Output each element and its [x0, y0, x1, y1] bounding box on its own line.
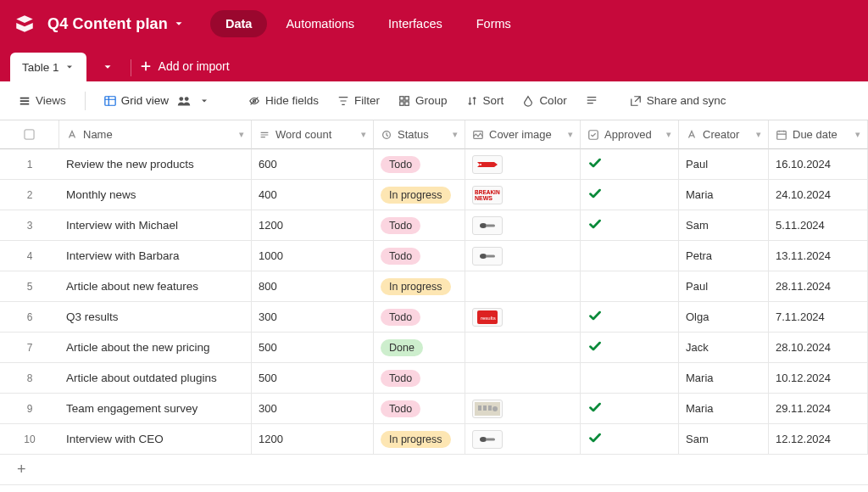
- cell-word-count[interactable]: 500: [252, 363, 374, 394]
- cell-name[interactable]: Team engagement survey: [59, 394, 252, 424]
- cell-approved[interactable]: [581, 241, 679, 271]
- grid-view-button[interactable]: Grid view: [97, 89, 216, 112]
- table-dropdown-button[interactable]: [93, 53, 122, 81]
- cell-creator[interactable]: Petra: [679, 241, 769, 271]
- share-sync-button[interactable]: Share and sync: [623, 89, 733, 112]
- cell-name[interactable]: Article about new features: [59, 271, 252, 302]
- add-row-button[interactable]: +: [0, 455, 868, 485]
- row-number[interactable]: 6: [0, 302, 59, 333]
- row-number[interactable]: 7: [0, 333, 59, 363]
- cell-due-date[interactable]: 12.12.2024: [769, 424, 868, 455]
- cell-creator[interactable]: Paul: [679, 271, 769, 302]
- cell-word-count[interactable]: 400: [252, 180, 374, 210]
- cell-word-count[interactable]: 1000: [252, 241, 374, 271]
- cell-name[interactable]: Monthly news: [59, 180, 252, 210]
- cell-approved[interactable]: [581, 302, 679, 333]
- nav-tab-forms[interactable]: Forms: [461, 10, 526, 37]
- row-number[interactable]: 8: [0, 363, 59, 394]
- cell-cover[interactable]: [465, 333, 581, 363]
- filter-button[interactable]: Filter: [331, 89, 387, 112]
- cell-cover[interactable]: [465, 394, 581, 424]
- cell-cover[interactable]: [465, 241, 581, 271]
- row-number[interactable]: 1: [0, 149, 59, 180]
- cell-approved[interactable]: [581, 394, 679, 424]
- cell-status[interactable]: Todo: [374, 241, 465, 271]
- cell-name[interactable]: Interview with Barbara: [59, 241, 252, 271]
- row-number[interactable]: 10: [0, 424, 59, 455]
- table-tab[interactable]: Table 1: [10, 53, 86, 81]
- group-button[interactable]: Group: [392, 89, 454, 112]
- cell-approved[interactable]: [581, 424, 679, 455]
- cell-creator[interactable]: Sam: [679, 424, 769, 455]
- cell-approved[interactable]: [581, 149, 679, 180]
- base-title[interactable]: Q4 Content plan: [47, 15, 185, 33]
- cell-status[interactable]: Todo: [374, 302, 465, 333]
- cell-creator[interactable]: Maria: [679, 394, 769, 424]
- cell-cover[interactable]: [465, 149, 581, 180]
- cell-cover[interactable]: results: [465, 302, 581, 333]
- cell-due-date[interactable]: 28.11.2024: [769, 271, 868, 302]
- add-or-import-button[interactable]: Add or import: [140, 53, 230, 81]
- row-height-button[interactable]: [579, 90, 604, 112]
- column-header-name[interactable]: Name▾: [59, 120, 252, 149]
- column-header-word_count[interactable]: Word count▾: [252, 120, 374, 149]
- sort-button[interactable]: Sort: [459, 89, 511, 112]
- color-button[interactable]: Color: [515, 89, 573, 112]
- column-header-cover[interactable]: Cover image▾: [465, 120, 581, 149]
- cell-due-date[interactable]: 29.11.2024: [769, 394, 868, 424]
- cell-creator[interactable]: Jack: [679, 333, 769, 363]
- cell-word-count[interactable]: 1200: [252, 424, 374, 455]
- cell-name[interactable]: Article about the new pricing: [59, 333, 252, 363]
- cell-status[interactable]: Done: [374, 333, 465, 363]
- cell-name[interactable]: Article about outdated plugins: [59, 363, 252, 394]
- cell-word-count[interactable]: 1200: [252, 210, 374, 241]
- cell-cover[interactable]: [465, 210, 581, 241]
- cell-status[interactable]: In progress: [374, 424, 465, 455]
- column-header-approved[interactable]: Approved▾: [581, 120, 679, 149]
- column-header-creator[interactable]: Creator▾: [679, 120, 769, 149]
- row-number[interactable]: 2: [0, 180, 59, 210]
- row-number[interactable]: 3: [0, 210, 59, 241]
- column-header-status[interactable]: Status▾: [374, 120, 465, 149]
- cell-name[interactable]: Interview with Michael: [59, 210, 252, 241]
- cell-approved[interactable]: [581, 271, 679, 302]
- views-button[interactable]: Views: [12, 89, 73, 112]
- row-number[interactable]: 4: [0, 241, 59, 271]
- cell-word-count[interactable]: 800: [252, 271, 374, 302]
- cell-due-date[interactable]: 7.11.2024: [769, 302, 868, 333]
- cell-creator[interactable]: Sam: [679, 210, 769, 241]
- nav-tab-automations[interactable]: Automations: [270, 10, 370, 37]
- cell-due-date[interactable]: 24.10.2024: [769, 180, 868, 210]
- cell-due-date[interactable]: 10.12.2024: [769, 363, 868, 394]
- cell-creator[interactable]: Maria: [679, 363, 769, 394]
- cell-word-count[interactable]: 500: [252, 333, 374, 363]
- cell-name[interactable]: Q3 results: [59, 302, 252, 333]
- cell-approved[interactable]: [581, 363, 679, 394]
- nav-tab-data[interactable]: Data: [210, 10, 267, 37]
- cell-status[interactable]: Todo: [374, 210, 465, 241]
- select-all-header[interactable]: [0, 120, 59, 149]
- cell-status[interactable]: In progress: [374, 271, 465, 302]
- cell-due-date[interactable]: 5.11.2024: [769, 210, 868, 241]
- cell-due-date[interactable]: 28.10.2024: [769, 333, 868, 363]
- cell-approved[interactable]: [581, 180, 679, 210]
- cell-approved[interactable]: [581, 210, 679, 241]
- cell-due-date[interactable]: 13.11.2024: [769, 241, 868, 271]
- cell-cover[interactable]: [465, 363, 581, 394]
- cell-approved[interactable]: [581, 333, 679, 363]
- cell-creator[interactable]: Paul: [679, 149, 769, 180]
- cell-creator[interactable]: Maria: [679, 180, 769, 210]
- cell-word-count[interactable]: 600: [252, 149, 374, 180]
- cell-status[interactable]: In progress: [374, 180, 465, 210]
- cell-cover[interactable]: BREAKINGNEWS: [465, 180, 581, 210]
- cell-creator[interactable]: Olga: [679, 302, 769, 333]
- nav-tab-interfaces[interactable]: Interfaces: [373, 10, 458, 37]
- cell-status[interactable]: Todo: [374, 394, 465, 424]
- cell-word-count[interactable]: 300: [252, 394, 374, 424]
- cell-status[interactable]: Todo: [374, 363, 465, 394]
- hide-fields-button[interactable]: Hide fields: [242, 89, 326, 112]
- cell-name[interactable]: Review the new products: [59, 149, 252, 180]
- cell-cover[interactable]: [465, 424, 581, 455]
- cell-cover[interactable]: [465, 271, 581, 302]
- cell-word-count[interactable]: 300: [252, 302, 374, 333]
